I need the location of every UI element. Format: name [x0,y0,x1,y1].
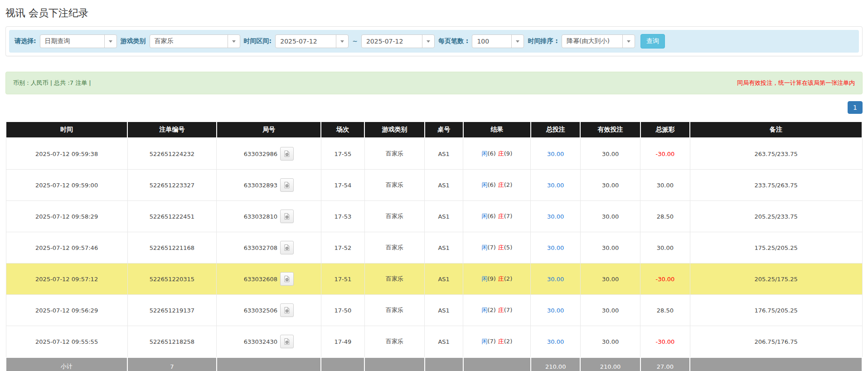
cell-time: 2025-07-12 09:58:29 [6,201,127,232]
cell-remark: 233.75/263.75 [690,170,862,201]
game-type-select[interactable]: 百家乐 [150,34,240,48]
chevron-down-icon [622,35,635,48]
date-range-label: 时间区间: [244,37,272,45]
total-bet-link[interactable]: 30.00 [547,244,564,251]
bet-records-table: 时间 注单编号 局号 场次 游戏类别 桌号 结果 总投注 有效投注 总派彩 备注… [5,121,863,371]
cell-session: 17-51 [321,264,364,295]
cell-game-type: 百家乐 [364,170,424,201]
cell-valid-bet: 30.00 [580,326,640,358]
total-bet-link[interactable]: 30.00 [547,151,564,157]
result-banker-label: 庄 [498,181,504,188]
query-type-select[interactable]: 日期查询 [40,34,117,48]
cell-session: 17-52 [321,232,364,264]
round-number: 633032506 [244,307,277,314]
summary-note-text: 同局有效投注，统一计算在该局第一张注单内 [737,79,855,87]
total-bet-link[interactable]: 30.00 [547,276,564,283]
sort-order-label: 时间排序 : [528,37,558,45]
film-reel-icon [283,213,291,220]
cell-time: 2025-07-12 09:59:00 [6,170,127,201]
cell-table-no: AS1 [425,264,463,295]
cell-valid-bet: 30.00 [580,170,640,201]
cell-valid-bet: 30.00 [580,232,640,264]
result-player-label: 闲 [481,307,487,313]
round-number: 633032708 [244,244,277,251]
page-size-select[interactable]: 100 [472,34,524,48]
col-header-time: 时间 [6,122,127,138]
cell-game-type: 百家乐 [364,201,424,232]
footer-count: 7 [127,357,216,371]
cell-bet-id: 522651220315 [127,264,216,295]
cell-remark: 205.25/233.75 [690,201,862,232]
cell-session: 17-49 [321,326,364,358]
cell-game-type: 百家乐 [364,264,424,295]
total-bet-link[interactable]: 30.00 [547,182,564,189]
filter-panel: 请选择: 日期查询 游戏类别 百家乐 时间区间: 2025-07-12 ~ 20… [5,26,863,56]
result-player-num: (6) [487,181,495,188]
result-player-label: 闲 [481,213,487,220]
table-row: 2025-07-12 09:59:00 522651223327 6330328… [6,170,862,201]
cell-payout: 30.00 [640,170,690,201]
cell-session: 17-54 [321,170,364,201]
result-player-num: (6) [487,150,495,157]
film-reel-icon [283,275,291,283]
col-header-payout: 总派彩 [640,122,690,138]
film-reel-icon [283,244,291,251]
search-button[interactable]: 查询 [640,34,665,49]
video-replay-button[interactable] [280,272,294,286]
result-player-label: 闲 [481,150,487,157]
page-1-button[interactable]: 1 [848,101,863,114]
video-replay-button[interactable] [280,178,294,192]
total-bet-link[interactable]: 30.00 [547,213,564,220]
result-banker-num: (2) [504,338,512,345]
table-row: 2025-07-12 09:57:12 522651220315 6330326… [6,264,862,295]
chevron-down-icon [104,35,116,48]
result-player-label: 闲 [481,338,487,345]
footer-total-bet: 210.00 [531,357,581,371]
table-row: 2025-07-12 09:58:29 522651222451 6330328… [6,201,862,232]
video-replay-button[interactable] [280,210,294,223]
cell-payout: 30.00 [640,232,690,264]
result-banker-num: (2) [504,181,512,188]
video-replay-button[interactable] [280,335,294,348]
col-header-session: 场次 [321,122,364,138]
col-header-bet-id: 注单编号 [127,122,216,138]
video-replay-button[interactable] [280,303,294,317]
date-to-value: 2025-07-12 [362,38,422,45]
cell-session: 17-53 [321,201,364,232]
col-header-round-id: 局号 [217,122,321,138]
page-title: 视讯 会员下注纪录 [5,6,863,20]
total-bet-link[interactable]: 30.00 [547,307,564,314]
query-type-label: 请选择: [15,37,36,45]
cell-valid-bet: 30.00 [580,201,640,232]
video-replay-button[interactable] [280,241,294,254]
query-type-selected-value: 日期查询 [40,37,104,45]
round-number: 633032608 [244,276,277,283]
date-from-select[interactable]: 2025-07-12 [275,34,349,48]
result-banker-label: 庄 [498,213,504,220]
sort-order-select[interactable]: 降幂(由大到小) [562,34,635,48]
result-player-num: (6) [487,213,495,220]
col-header-result: 结果 [463,122,531,138]
col-header-valid-bet: 有效投注 [580,122,640,138]
cell-result: 闲(9)庄(2) [463,264,531,295]
round-number: 633032986 [244,151,277,157]
date-to-select[interactable]: 2025-07-12 [361,34,435,48]
chevron-down-icon [336,35,348,48]
result-player-label: 闲 [481,275,487,282]
cell-time: 2025-07-12 09:57:46 [6,232,127,264]
cell-remark: 205.25/175.25 [690,264,862,295]
result-banker-num: (9) [504,150,512,157]
result-banker-label: 庄 [498,244,504,251]
cell-bet-id: 522651218258 [127,326,216,358]
cell-result: 闲(2)庄(7) [463,295,531,326]
date-from-value: 2025-07-12 [276,38,336,45]
cell-session: 17-50 [321,295,364,326]
summary-currency-total-text: 币别 : 人民币 | 总共 :7 注单 | [13,79,91,87]
film-reel-icon [283,181,291,189]
total-bet-link[interactable]: 30.00 [547,338,564,345]
cell-valid-bet: 30.00 [580,138,640,170]
cell-time: 2025-07-12 09:57:12 [6,264,127,295]
video-replay-button[interactable] [280,147,294,161]
cell-bet-id: 522651224232 [127,138,216,170]
col-header-total-bet: 总投注 [531,122,581,138]
